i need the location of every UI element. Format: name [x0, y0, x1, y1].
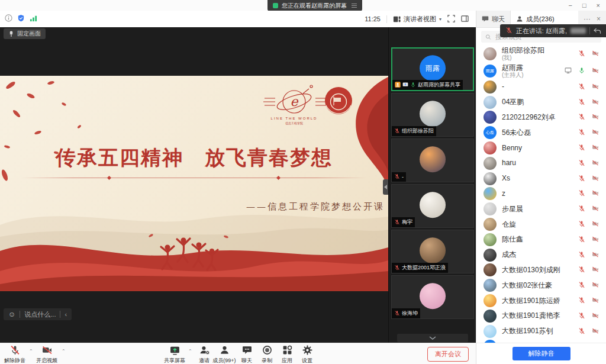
video-tile[interactable]: 雨露赵雨露的屏幕共享 [391, 47, 474, 91]
titlebar: 您正在观看赵雨露的屏幕 − □ × [0, 0, 606, 11]
member-row[interactable]: 成杰 [476, 247, 606, 263]
quick-chat-placeholder[interactable]: 说点什么... [24, 310, 56, 319]
mic-muted-icon [578, 82, 585, 92]
video-tile[interactable]: 组织部徐苏阳 [391, 93, 474, 137]
member-row[interactable]: 陈仕鑫 [476, 232, 606, 247]
strip-scroll-down-button[interactable] [397, 334, 468, 342]
member-list[interactable]: 组织部徐苏阳(我)雨露赵雨露(主持人)-04巫鹏2120212962刘卓心磊56… [476, 45, 606, 343]
invite-icon [199, 345, 209, 356]
camera-off-icon [592, 82, 599, 92]
unmute-toolbar-button[interactable]: 解除静音 [1, 345, 28, 364]
close-button[interactable]: × [597, 2, 600, 9]
member-row[interactable]: - [476, 79, 606, 95]
member-row[interactable]: 雨露赵雨露(主持人) [476, 62, 606, 79]
member-row[interactable]: 步星晨 [476, 201, 606, 217]
camera-off-icon [592, 173, 599, 184]
video-tile-label: 梅宇 [392, 217, 415, 227]
member-row[interactable]: 2120212962刘卓 [476, 110, 606, 125]
member-row[interactable]: 心磊56未心磊 [476, 125, 606, 140]
leave-meeting-button[interactable]: 离开会议 [427, 347, 469, 362]
shared-screen-stage: 固定画面 [0, 27, 388, 343]
members-label: 成员(99+) [212, 357, 236, 364]
member-name: 56未心磊 [502, 129, 531, 137]
video-tile[interactable]: - [391, 138, 474, 182]
member-row[interactable]: 大数据1901陈运娇 [476, 293, 606, 308]
camera-off-icon [592, 311, 599, 321]
divider [386, 15, 387, 23]
member-row[interactable]: 大数据1901苏钊 [476, 324, 606, 339]
camera-off-icon [592, 326, 599, 337]
member-name: 成杰 [502, 251, 516, 259]
tab-chat-label: 聊天 [492, 15, 505, 24]
sidebar-layout-icon[interactable] [461, 15, 469, 24]
video-tile-label: 大数据2001邓正浪 [392, 263, 448, 273]
member-avatar [483, 279, 497, 292]
member-row[interactable]: 仓旋 [476, 217, 606, 232]
network-signal-icon[interactable] [30, 14, 37, 24]
member-row[interactable]: Xs [476, 171, 606, 186]
settings-button[interactable]: 设置 [294, 345, 321, 364]
quick-chat-input[interactable]: ☺ 说点什么... ‹ [4, 308, 72, 320]
participant-avatar [420, 192, 446, 218]
member-name: Benny [502, 144, 522, 152]
participant-name: 组织部徐苏阳 [402, 127, 434, 135]
video-tile[interactable]: 梅宇 [391, 184, 474, 228]
member-name: 04巫鹏 [502, 98, 524, 106]
camera-off-icon [592, 295, 599, 306]
member-row[interactable]: haru [476, 156, 606, 171]
chat-label: 聊天 [241, 357, 252, 364]
emoji-icon[interactable]: ☺ [8, 311, 15, 318]
meeting-info-icon[interactable] [5, 14, 12, 24]
member-row[interactable]: 大数据0130刘成刚 [476, 263, 606, 278]
member-avatar [483, 80, 497, 94]
panel-close-button[interactable]: × [597, 15, 601, 23]
mic-muted-icon [578, 188, 585, 199]
restore-arrow-icon[interactable] [594, 28, 601, 34]
members-panel: 聊天 成员(236) ··· × 组织部徐苏阳(我)雨露赵雨露(主持人)-04巫… [476, 11, 606, 364]
security-shield-icon[interactable] [17, 14, 25, 24]
share-screen-button[interactable]: 共享屏幕 [161, 345, 188, 364]
member-row[interactable]: 04巫鹏 [476, 95, 606, 110]
pin-view-button[interactable]: 固定画面 [4, 28, 46, 39]
member-row[interactable]: 组织部徐苏阳(我) [476, 45, 606, 62]
view-mode-dropdown[interactable]: 演讲者视图 ▾ [393, 15, 441, 24]
watching-notice-pill[interactable]: 您正在观看赵雨露的屏幕 [267, 0, 362, 11]
fullscreen-icon[interactable] [447, 15, 455, 24]
video-tile[interactable]: 徐海坤 [391, 275, 474, 319]
member-name: 陈仕鑫 [502, 236, 523, 243]
panel-more-button[interactable]: ··· [584, 15, 591, 23]
divider [20, 311, 20, 318]
member-avatar [483, 310, 497, 323]
collapse-chat-icon[interactable]: ‹ [65, 311, 67, 318]
member-row[interactable]: 大数据1901龚艳李 [476, 308, 606, 324]
divider [60, 311, 60, 318]
collapse-video-strip-handle[interactable] [383, 179, 388, 195]
speaking-toast: 正在讲话: 赵雨露, [500, 24, 606, 37]
unmute-button[interactable]: 解除静音 [512, 347, 570, 360]
muted-mic-icon [505, 27, 512, 35]
member-row[interactable]: 大数据02张仕豪 [476, 278, 606, 293]
member-avatar [483, 263, 497, 276]
member-avatar: 雨露 [483, 65, 497, 78]
slide-subtitle: ——信息工程学院梦想公开课 [246, 201, 385, 212]
video-tile[interactable]: 大数据2001邓正浪 [391, 230, 474, 273]
start-video-toolbar-button[interactable]: 开启视频 [33, 345, 60, 364]
member-row[interactable]: Benny [476, 140, 606, 156]
mic-muted-icon [578, 234, 585, 245]
member-row[interactable]: z [476, 186, 606, 202]
member-avatar [483, 294, 497, 307]
minimize-button[interactable]: − [568, 2, 572, 9]
notice-menu-icon[interactable] [352, 4, 357, 8]
camera-options-chevron[interactable]: ⌃ [62, 349, 66, 354]
member-name: 大数据02张仕豪 [502, 282, 552, 289]
camera-off-icon [592, 250, 599, 260]
participant-avatar [420, 146, 446, 172]
member-name: 大数据1901陈运娇 [502, 297, 560, 305]
maximize-button[interactable]: □ [582, 2, 586, 9]
mic-muted-icon [578, 97, 585, 108]
apps-label: 应用 [282, 357, 292, 364]
participant-avatar [420, 237, 446, 263]
mic-muted-icon [578, 127, 585, 138]
mic-options-chevron[interactable]: ⌃ [29, 349, 33, 354]
mic-muted-icon [394, 310, 400, 317]
